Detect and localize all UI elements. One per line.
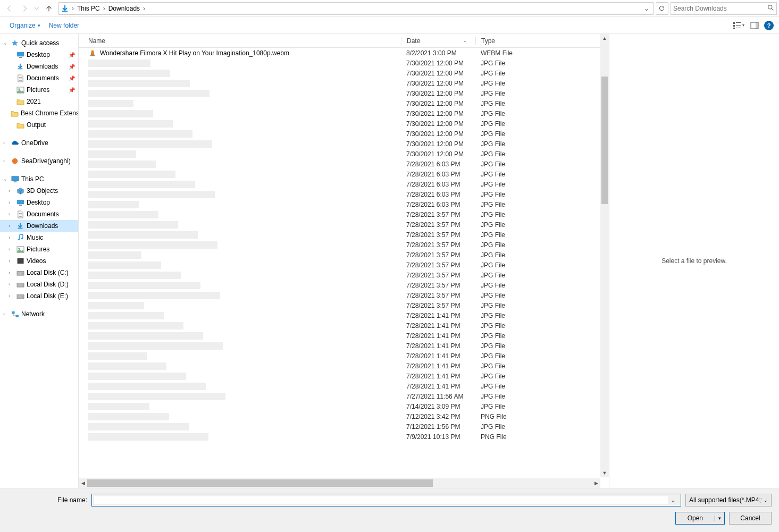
table-row[interactable]: 7/30/2021 12:00 PMJPG File bbox=[79, 98, 609, 108]
table-row[interactable]: 7/28/2021 1:41 PMJPG File bbox=[79, 310, 609, 320]
table-row[interactable]: 7/28/2021 1:41 PMJPG File bbox=[79, 341, 609, 351]
preview-pane-button[interactable] bbox=[748, 19, 761, 32]
table-row[interactable]: 7/12/2021 3:42 PMPNG File bbox=[79, 411, 609, 421]
collapse-icon[interactable]: ⌄ bbox=[3, 40, 9, 46]
sidebar-item-local-disk-c-[interactable]: ›Local Disk (C:) bbox=[0, 267, 78, 278]
table-row[interactable]: 7/30/2021 12:00 PMJPG File bbox=[79, 68, 609, 78]
expand-icon[interactable]: › bbox=[9, 282, 14, 287]
address-dropdown[interactable]: ⌄ bbox=[641, 5, 652, 12]
filename-dropdown[interactable]: ⌄ bbox=[668, 496, 679, 504]
expand-icon[interactable]: › bbox=[3, 140, 9, 146]
sidebar-item-best-chrome-extens[interactable]: Best Chrome Extens bbox=[0, 107, 78, 119]
table-row[interactable]: 7/30/2021 12:00 PMJPG File bbox=[79, 129, 609, 139]
expand-icon[interactable]: › bbox=[9, 270, 14, 275]
scroll-down-icon[interactable]: ▼ bbox=[600, 469, 609, 477]
tree-this-pc[interactable]: ⌄This PC bbox=[0, 173, 78, 185]
expand-icon[interactable]: › bbox=[9, 212, 14, 217]
table-row[interactable]: 7/12/2021 1:56 PMJPG File bbox=[79, 421, 609, 432]
filename-input[interactable] bbox=[94, 496, 668, 504]
table-row[interactable]: 7/28/2021 3:57 PMJPG File bbox=[79, 300, 609, 310]
table-row[interactable]: Wondershare Filmora X Hit Play on Your I… bbox=[79, 48, 609, 58]
expand-icon[interactable]: › bbox=[9, 200, 14, 205]
table-row[interactable]: 7/30/2021 12:00 PMJPG File bbox=[79, 139, 609, 149]
table-row[interactable]: 7/14/2021 3:09 PMJPG File bbox=[79, 401, 609, 411]
table-row[interactable]: 7/28/2021 3:57 PMJPG File bbox=[79, 270, 609, 280]
back-button[interactable] bbox=[3, 2, 16, 15]
tree-seadrive[interactable]: ›SeaDrive(yanghl) bbox=[0, 155, 78, 167]
column-date[interactable]: Date⌄ bbox=[401, 37, 475, 45]
breadcrumb-current[interactable]: Downloads bbox=[107, 4, 141, 13]
sidebar-item-downloads[interactable]: Downloads📌 bbox=[0, 61, 78, 72]
table-row[interactable]: 7/28/2021 1:41 PMJPG File bbox=[79, 361, 609, 371]
table-row[interactable]: 7/30/2021 12:00 PMJPG File bbox=[79, 108, 609, 119]
breadcrumb-root[interactable]: This PC bbox=[76, 4, 101, 13]
expand-icon[interactable]: › bbox=[9, 235, 14, 240]
column-name[interactable]: Name bbox=[79, 37, 401, 45]
column-type[interactable]: Type bbox=[475, 37, 609, 45]
refresh-button[interactable] bbox=[656, 2, 668, 15]
sidebar-item-pictures[interactable]: ›Pictures bbox=[0, 243, 78, 255]
sidebar-item-desktop[interactable]: ›Desktop bbox=[0, 197, 78, 208]
table-row[interactable]: 7/30/2021 12:00 PMJPG File bbox=[79, 78, 609, 88]
breadcrumb[interactable]: › This PC › Downloads › ⌄ bbox=[58, 2, 654, 15]
expand-icon[interactable]: › bbox=[3, 311, 9, 317]
sidebar-item-desktop[interactable]: Desktop📌 bbox=[0, 49, 78, 61]
table-row[interactable]: 7/28/2021 1:41 PMJPG File bbox=[79, 351, 609, 361]
table-row[interactable]: 7/28/2021 1:41 PMJPG File bbox=[79, 320, 609, 331]
view-options-button[interactable]: ▾ bbox=[732, 19, 745, 32]
table-row[interactable]: 7/28/2021 3:57 PMJPG File bbox=[79, 290, 609, 300]
table-row[interactable]: 7/28/2021 6:03 PMJPG File bbox=[79, 179, 609, 189]
sidebar-item-videos[interactable]: ›Videos bbox=[0, 255, 78, 267]
table-row[interactable]: 7/30/2021 12:00 PMJPG File bbox=[79, 58, 609, 68]
table-row[interactable]: 7/28/2021 1:41 PMJPG File bbox=[79, 381, 609, 391]
recent-locations-button[interactable] bbox=[33, 2, 40, 15]
tree-quick-access[interactable]: ⌄Quick access bbox=[0, 37, 78, 49]
table-row[interactable]: 7/9/2021 10:13 PMPNG File bbox=[79, 432, 609, 442]
table-row[interactable]: 7/28/2021 1:41 PMJPG File bbox=[79, 371, 609, 381]
table-row[interactable]: 7/28/2021 3:57 PMJPG File bbox=[79, 230, 609, 240]
forward-button[interactable] bbox=[18, 2, 31, 15]
help-button[interactable]: ? bbox=[764, 21, 774, 30]
scroll-up-icon[interactable]: ▲ bbox=[600, 34, 609, 43]
up-button[interactable] bbox=[43, 2, 55, 15]
table-row[interactable]: 7/27/2021 11:56 AMJPG File bbox=[79, 391, 609, 401]
expand-icon[interactable]: › bbox=[9, 258, 14, 264]
sidebar-item-music[interactable]: ›Music bbox=[0, 232, 78, 243]
new-folder-button[interactable]: New folder bbox=[45, 20, 83, 31]
filetype-filter[interactable]: All supported files(*.MP4;*.FLV; ⌄ bbox=[685, 494, 772, 506]
sidebar-item-local-disk-e-[interactable]: ›Local Disk (E:) bbox=[0, 290, 78, 302]
sidebar-item-documents[interactable]: Documents📌 bbox=[0, 72, 78, 84]
table-row[interactable]: 7/28/2021 3:57 PMJPG File bbox=[79, 219, 609, 230]
sidebar-item-pictures[interactable]: Pictures📌 bbox=[0, 84, 78, 96]
scroll-left-icon[interactable]: ◀ bbox=[79, 480, 87, 486]
tree-onedrive[interactable]: ›OneDrive bbox=[0, 137, 78, 149]
filename-input-wrap[interactable]: ⌄ bbox=[91, 494, 681, 506]
table-row[interactable]: 7/28/2021 3:57 PMJPG File bbox=[79, 250, 609, 260]
tree-network[interactable]: ›Network bbox=[0, 308, 78, 320]
scroll-thumb[interactable] bbox=[601, 77, 608, 204]
table-row[interactable]: 7/28/2021 6:03 PMJPG File bbox=[79, 169, 609, 179]
sidebar-item-downloads[interactable]: ›Downloads bbox=[0, 220, 78, 232]
open-dropdown[interactable]: ▾ bbox=[715, 516, 724, 521]
table-row[interactable]: 7/28/2021 3:57 PMJPG File bbox=[79, 260, 609, 270]
table-row[interactable]: 7/30/2021 12:00 PMJPG File bbox=[79, 88, 609, 98]
scroll-thumb[interactable] bbox=[87, 479, 433, 487]
sidebar-item-output[interactable]: Output bbox=[0, 119, 78, 131]
vertical-scrollbar[interactable]: ▲ ▼ bbox=[600, 34, 609, 477]
table-row[interactable]: 7/30/2021 12:00 PMJPG File bbox=[79, 119, 609, 129]
sidebar-item-3d-objects[interactable]: ›3D Objects bbox=[0, 185, 78, 197]
expand-icon[interactable]: › bbox=[9, 247, 14, 252]
table-row[interactable]: 7/30/2021 12:00 PMJPG File bbox=[79, 149, 609, 159]
cancel-button[interactable]: Cancel bbox=[729, 512, 772, 525]
open-button[interactable]: Open ▾ bbox=[675, 512, 725, 525]
horizontal-scrollbar[interactable]: ◀ ▶ bbox=[79, 478, 600, 488]
table-row[interactable]: 7/28/2021 6:03 PMJPG File bbox=[79, 199, 609, 209]
table-row[interactable]: 7/28/2021 6:03 PMJPG File bbox=[79, 159, 609, 169]
table-row[interactable]: 7/28/2021 3:57 PMJPG File bbox=[79, 209, 609, 219]
expand-icon[interactable]: › bbox=[9, 223, 14, 229]
scroll-right-icon[interactable]: ▶ bbox=[592, 480, 600, 486]
table-row[interactable]: 7/28/2021 3:57 PMJPG File bbox=[79, 280, 609, 290]
collapse-icon[interactable]: ⌄ bbox=[3, 176, 9, 182]
search-input[interactable] bbox=[673, 5, 767, 12]
sidebar-item-local-disk-d-[interactable]: ›Local Disk (D:) bbox=[0, 278, 78, 290]
